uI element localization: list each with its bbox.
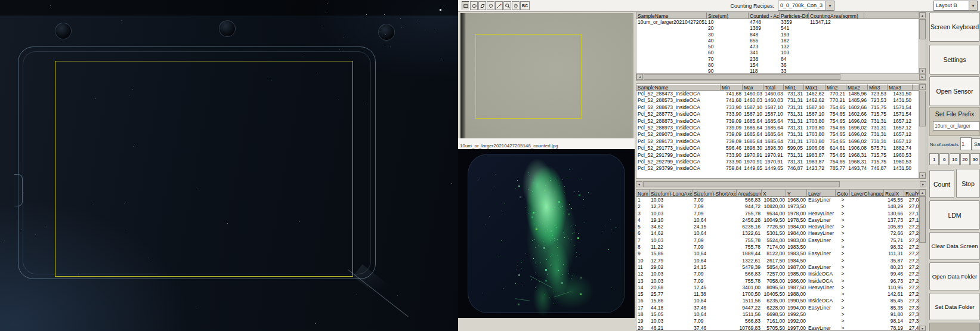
table-row[interactable]: 1910,037,09566,837161,001992,00>98,1427,… — [636, 318, 919, 324]
panel-counted-image[interactable] — [458, 149, 635, 318]
clipped-bottom-button[interactable] — [929, 323, 980, 331]
table-row[interactable]: 1615,8610,641511,566235,001990,50InsideO… — [636, 298, 919, 304]
column-header[interactable]: Size(um)-LongAxis — [650, 190, 693, 197]
table-row[interactable]: 1129,0224,155479,395854,001987,00EasyLin… — [636, 264, 919, 271]
table-row[interactable]: 7023884 — [636, 56, 919, 62]
polygon-roi-icon[interactable] — [478, 1, 486, 10]
contact-option-button[interactable]: 1 — [929, 153, 939, 165]
table-row[interactable]: 614,6210,641322,615301,501984,00HeavyLin… — [636, 230, 919, 237]
scroll-left-icon[interactable]: ◄ — [636, 74, 643, 80]
table-row[interactable]: Pcl_52_288773_InsideOCA733,901587,101587… — [636, 111, 919, 117]
table-row[interactable]: 710,037,09755,785524,001983,00EasyLiner>… — [636, 237, 919, 244]
table-row[interactable]: 1310,037,09755,787058,001986,00InsideOCA… — [636, 278, 919, 284]
recipe-combobox[interactable]: 0_0_700k_Con_3 ▼ — [778, 1, 834, 11]
panel-camera-view[interactable] — [460, 13, 633, 138]
column-header[interactable]: RealY — [904, 190, 919, 197]
contact-option-button[interactable]: 6 — [939, 153, 949, 165]
table-row[interactable]: 1815,0510,641511,566698,501992,50>91,802… — [636, 311, 919, 318]
settings-button[interactable]: Settings — [929, 45, 980, 75]
scroll-up-icon[interactable]: ▲ — [919, 190, 926, 196]
table-row[interactable]: Pcl_52_291773_InsideOCA596,461898,301898… — [636, 145, 919, 151]
screen-keyboard-button[interactable]: Screen Keyboard — [929, 12, 980, 42]
table-row[interactable]: 212,797,09944,7210820,001973,50>148,2927… — [636, 203, 919, 210]
t2-vertical-scrollbar[interactable]: ▲ ▼ — [919, 84, 926, 178]
table-row[interactable]: 50473132 — [636, 44, 919, 50]
t2-horizontal-scrollbar[interactable]: ◄ ► — [636, 181, 926, 188]
count-button[interactable]: Count — [929, 170, 954, 198]
column-header[interactable]: RealX — [884, 190, 904, 197]
table-row[interactable]: Pcl_52_291799_InsideOCA733,901970,911970… — [636, 152, 919, 159]
column-header[interactable]: Min3 — [868, 84, 888, 91]
column-header[interactable]: CountingArea(sqmm) — [809, 13, 864, 19]
table-row[interactable]: 1012,7910,641322,612617,501984,50>35,872… — [636, 258, 919, 264]
ldm-button[interactable]: LDM — [929, 200, 980, 230]
column-header[interactable]: Size(um) — [707, 13, 749, 19]
table-row[interactable]: 811,227,09755,787174,001983,50>98,3227,2… — [636, 244, 919, 250]
table-row[interactable]: 110,037,09566,8310620,001968,00EasyLiner… — [636, 197, 919, 203]
stop-button[interactable]: Stop — [956, 169, 980, 198]
contact-option-button[interactable]: 10 — [950, 153, 959, 165]
scroll-right-icon[interactable]: ► — [920, 181, 926, 187]
magnifier-icon[interactable] — [503, 1, 511, 10]
table-row[interactable]: Pcl_52_293799_InsideOCA759,841449,651449… — [636, 165, 919, 172]
bc-button[interactable]: BC — [520, 1, 530, 10]
hand-pan-icon[interactable] — [512, 1, 520, 10]
table-row[interactable]: Pcl_52_288973_InsideOCA739,091685,641685… — [636, 125, 919, 131]
table-row[interactable]: Pcl_52_288873_InsideOCA739,091685,641685… — [636, 118, 919, 125]
table-row[interactable]: 915,8610,641889,448122,001983,50EasyLine… — [636, 250, 919, 257]
chevron-down-icon[interactable]: ▼ — [826, 1, 834, 10]
table-row[interactable]: Pcl_52_292799_InsideOCA733,901970,911970… — [636, 159, 919, 165]
column-header[interactable]: Y — [786, 190, 807, 197]
column-header[interactable]: Size(um)-ShortAxis — [693, 190, 737, 197]
clear-data-screen-button[interactable]: Clear Data Screen — [929, 232, 980, 260]
table-row[interactable]: Pcl_52_289073_InsideOCA739,091685,641685… — [636, 131, 919, 138]
t1-vertical-scrollbar[interactable]: ▲ ▼ — [919, 13, 926, 74]
column-header[interactable]: Goto — [836, 190, 850, 197]
freehand-roi-icon[interactable] — [487, 1, 494, 10]
table-row[interactable]: 201389541 — [636, 25, 919, 31]
table-row[interactable]: 30848193 — [636, 32, 919, 38]
table-row[interactable]: 60341103 — [636, 50, 919, 55]
table-row[interactable]: 419,1010,642456,2810049,501978,50EasyLin… — [636, 217, 919, 224]
column-header[interactable]: SampleName — [636, 84, 721, 91]
table-row[interactable]: Pcl_52_288673_InsideOCA733,901587,101587… — [636, 104, 919, 111]
column-header[interactable]: Min2 — [826, 84, 846, 91]
table-row[interactable]: 1420,6817,453401,008095,501987,50HeavyLi… — [636, 284, 919, 291]
column-header[interactable]: Max3 — [888, 84, 913, 91]
contacts-input[interactable] — [960, 137, 972, 150]
column-header[interactable]: Particles-Diff — [780, 13, 809, 19]
scroll-up-icon[interactable]: ▲ — [919, 13, 926, 18]
table-row[interactable]: 534,6224,156235,167726,501984,00HeavyLin… — [636, 224, 919, 230]
column-header[interactable]: Max2 — [846, 84, 868, 91]
file-prefix-input[interactable] — [933, 121, 979, 131]
column-header[interactable]: Layer — [807, 190, 836, 197]
column-header[interactable]: Counted - Acc — [749, 13, 780, 19]
scroll-up-icon[interactable]: ▲ — [919, 84, 926, 90]
scroll-down-icon[interactable]: ▼ — [919, 326, 926, 331]
table-row[interactable]: Pcl_52_288473_InsideOCA741,681460,031460… — [636, 91, 919, 97]
table-row[interactable]: 1210,037,09566,837257,001985,00InsideOCA… — [636, 271, 919, 277]
chevron-down-icon[interactable]: ▼ — [969, 1, 977, 10]
table-row[interactable]: 310,037,09755,789534,001978,00HeavyLiner… — [636, 211, 919, 217]
layout-combobox[interactable]: Layout B ▼ — [933, 1, 978, 11]
line-roi-icon[interactable] — [495, 1, 503, 10]
column-header[interactable]: LayerChanged — [850, 190, 884, 197]
set-data-folder-button[interactable]: Set Data Folder — [929, 293, 980, 320]
table-row[interactable]: 10um_or_larger20210427205148104748335911… — [636, 19, 919, 25]
table-row[interactable]: 1525,7711,381700,5010405,501988,00>142,6… — [636, 291, 919, 298]
t3-vertical-scrollbar[interactable]: ▲ ▼ — [919, 190, 926, 331]
save-button[interactable]: Save — [972, 138, 980, 150]
open-data-folder-button[interactable]: Open Data Folder — [929, 262, 980, 290]
column-header[interactable]: Num — [636, 190, 650, 197]
table-row[interactable]: 8015436 — [636, 62, 919, 68]
table-row[interactable]: 1744,1837,469447,226228,001994,00EasyLin… — [636, 305, 919, 311]
contact-option-button[interactable]: 30 — [970, 153, 980, 165]
column-header[interactable]: Min — [721, 84, 743, 91]
set-file-prefix-label[interactable]: Set File Prefix — [930, 110, 979, 117]
t1-horizontal-scrollbar[interactable]: ◄ ► — [636, 73, 926, 81]
scroll-left-icon[interactable]: ◄ — [636, 181, 642, 187]
table-row[interactable]: 40655182 — [636, 38, 919, 44]
column-header[interactable]: Max — [743, 84, 763, 91]
column-header[interactable]: Min1 — [784, 84, 804, 91]
column-header[interactable]: Max1 — [804, 84, 826, 91]
